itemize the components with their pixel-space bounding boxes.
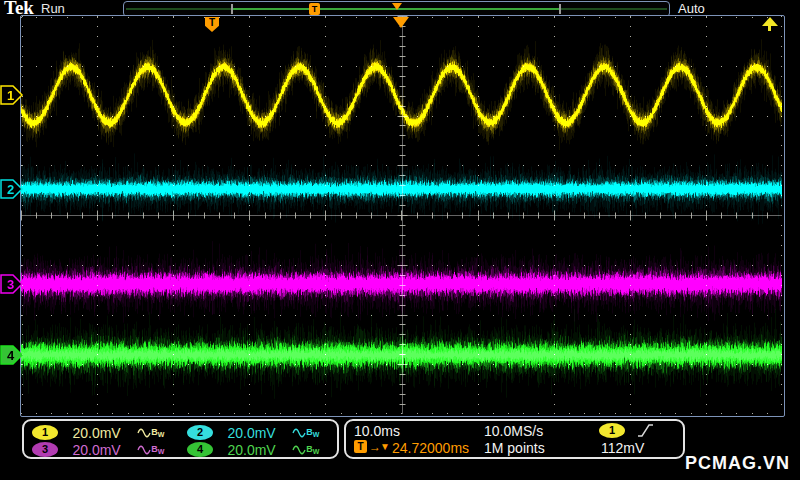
watermark: PCMAG.VN xyxy=(685,453,790,474)
time-per-div: 10.0ms xyxy=(354,423,400,439)
expansion-point-icon xyxy=(393,17,409,28)
trigger-expansion-glyph: ▼ xyxy=(380,441,390,452)
ch1-badge: 1 xyxy=(32,425,58,440)
oscilloscope-screen: Tek Run T Auto T 1234 1 20.0mV BW 2 20.0… xyxy=(0,0,800,480)
ch2-badge: 2 xyxy=(187,425,213,440)
svg-text:2: 2 xyxy=(7,182,14,197)
ch2-readout[interactable]: 2 20.0mV BW xyxy=(187,423,319,439)
ch3-readout[interactable]: 3 20.0mV BW xyxy=(32,440,164,456)
ch4-badge: 4 xyxy=(187,442,213,457)
trigger-level-offscreen-arrow-icon xyxy=(762,17,778,32)
ch4-readout[interactable]: 4 20.0mV BW xyxy=(187,440,319,456)
record-trigger-icon: T xyxy=(309,3,320,15)
horizontal-trigger-readout-box[interactable]: 10.0ms 10.0MS/s 1 T → ▼ 24.72000ms 1M po… xyxy=(344,419,685,459)
ch2-coupling-bandwidth-icon: BW xyxy=(292,427,319,437)
waveform-display xyxy=(21,16,782,414)
ch1-readout[interactable]: 1 20.0mV BW xyxy=(32,423,164,439)
record-right-bracket[interactable] xyxy=(559,4,561,14)
ch1-coupling-bandwidth-icon: BW xyxy=(137,427,164,437)
svg-text:1: 1 xyxy=(7,88,14,103)
ch4-coupling-bandwidth-icon: BW xyxy=(292,444,319,454)
sample-rate: 10.0MS/s xyxy=(484,423,543,439)
ch1-scale: 20.0mV xyxy=(72,425,120,441)
record-left-bracket[interactable] xyxy=(231,4,233,14)
ch1-position-marker[interactable]: 1 xyxy=(0,85,24,105)
trigger-slope-rising-icon xyxy=(636,423,655,438)
ch3-scale: 20.0mV xyxy=(72,442,120,458)
ch4-scale: 20.0mV xyxy=(227,442,275,458)
trigger-source-badge: 1 xyxy=(599,423,625,438)
svg-text:4: 4 xyxy=(7,348,15,363)
acquisition-status: Run xyxy=(41,1,65,16)
trigger-mode-status: Auto xyxy=(678,1,705,16)
ch3-badge: 3 xyxy=(32,442,58,457)
record-length: 1M points xyxy=(484,440,545,456)
ch3-coupling-bandwidth-icon: BW xyxy=(137,444,164,454)
svg-text:3: 3 xyxy=(7,277,14,292)
graticule-frame xyxy=(20,15,785,417)
record-expansion-icon xyxy=(392,3,402,10)
trigger-level-value: 112mV xyxy=(601,440,644,456)
channel-readout-box[interactable]: 1 20.0mV BW 2 20.0mV BW 3 20.0mV BW 4 20… xyxy=(22,419,339,459)
ch3-position-marker[interactable]: 3 xyxy=(0,274,24,294)
ch2-scale: 20.0mV xyxy=(227,425,275,441)
trigger-delay-value: 24.72000ms xyxy=(392,440,469,456)
trigger-delay-t-icon: T xyxy=(354,440,367,453)
ch4-position-marker[interactable]: 4 xyxy=(0,345,24,365)
ch2-position-marker[interactable]: 2 xyxy=(0,179,24,199)
